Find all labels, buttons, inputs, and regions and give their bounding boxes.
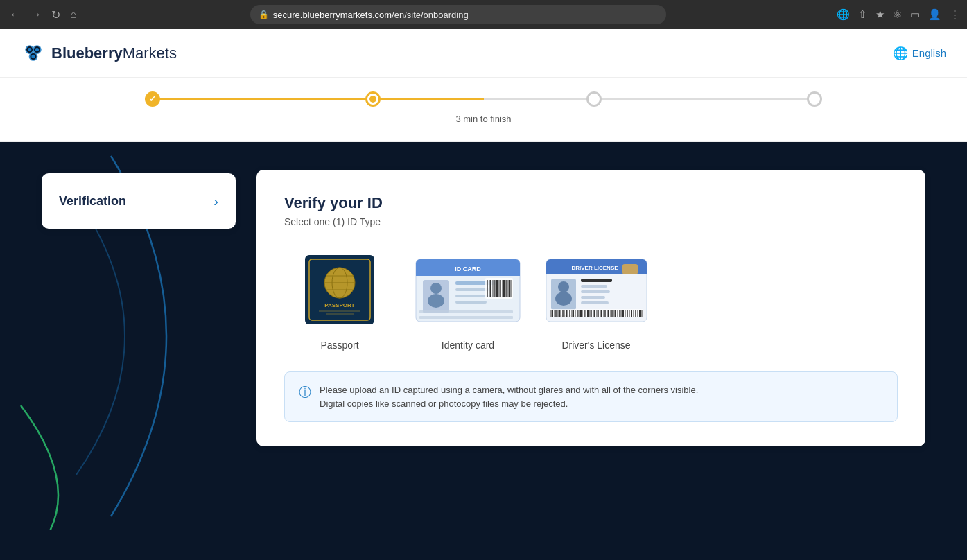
card-title: Verify your ID [284, 194, 898, 212]
progress-label: 3 min to finish [455, 114, 511, 124]
lock-icon: 🔒 [259, 10, 269, 19]
svg-rect-30 [455, 301, 487, 304]
progress-line-filled [145, 98, 483, 100]
verification-title: Verification [59, 194, 126, 209]
browser-chrome: ← → ↻ ⌂ 🔒 secure.blueberrymarkets.com/en… [0, 0, 967, 29]
card-subtitle: Select one (1) ID Type [284, 216, 898, 227]
id-card-svg: ID CARD [412, 254, 523, 326]
svg-point-8 [31, 54, 35, 58]
svg-text:PASSPORT: PASSPORT [324, 302, 355, 308]
passport-option[interactable]: PASSPORT Passport [284, 248, 395, 351]
back-button[interactable]: ← [7, 7, 24, 22]
passport-svg: PASSPORT [298, 252, 381, 328]
svg-rect-59 [581, 285, 607, 288]
identity-card-image: ID CARD [412, 248, 523, 331]
main-content: Verification › Verify your ID Select one… [0, 142, 967, 530]
step-4 [807, 91, 822, 107]
svg-point-7 [35, 47, 39, 51]
nav-buttons: ← → ↻ ⌂ [7, 7, 80, 23]
svg-point-56 [558, 281, 569, 292]
logo-text: BlueberryMarkets [51, 44, 177, 62]
step-2 [365, 91, 381, 107]
svg-rect-61 [581, 296, 605, 299]
language-label: English [912, 47, 946, 59]
verify-id-card: Verify your ID Select one (1) ID Type [256, 170, 925, 446]
info-text: Please upload an ID captured using a cam… [320, 383, 698, 410]
step-1: ✓ [145, 91, 160, 107]
svg-point-26 [428, 294, 444, 308]
svg-rect-48 [419, 310, 513, 313]
svg-rect-58 [581, 279, 612, 282]
chevron-right-icon: › [214, 193, 218, 209]
passport-image: PASSPORT [284, 248, 395, 331]
verification-card[interactable]: Verification › [42, 173, 236, 229]
home-button[interactable]: ⌂ [67, 7, 80, 22]
dl-svg: DRIVER LICENSE [543, 254, 650, 326]
info-box: ⓘ Please upload an ID captured using a c… [284, 371, 898, 422]
svg-rect-54 [622, 264, 638, 274]
progress-track: ✓ [145, 91, 822, 107]
svg-rect-60 [581, 290, 610, 293]
logo: BlueberryMarkets [21, 41, 177, 66]
profile-icon[interactable]: 👤 [928, 8, 941, 21]
menu-icon[interactable]: ⋮ [950, 8, 960, 21]
forward-button[interactable]: → [28, 7, 44, 22]
passport-label: Passport [320, 340, 358, 351]
globe-icon: 🌐 [893, 46, 908, 61]
address-bar[interactable]: 🔒 secure.blueberrymarkets.com/en/site/on… [250, 5, 666, 24]
svg-point-57 [555, 292, 572, 306]
logo-icon [21, 41, 46, 66]
info-icon: ⓘ [299, 384, 311, 401]
share-icon[interactable]: ⇧ [858, 8, 867, 21]
translate-icon[interactable]: 🌐 [837, 8, 850, 21]
svg-text:ID CARD: ID CARD [455, 265, 481, 272]
step-3 [586, 91, 602, 107]
svg-point-6 [28, 47, 31, 51]
bookmark-icon[interactable]: ★ [875, 8, 885, 21]
pip-icon[interactable]: ▭ [910, 8, 920, 21]
identity-card-option[interactable]: ID CARD [412, 248, 523, 351]
svg-text:DRIVER LICENSE: DRIVER LICENSE [571, 265, 618, 271]
svg-rect-62 [581, 301, 609, 304]
svg-rect-49 [419, 316, 513, 319]
drivers-license-option[interactable]: DRIVER LICENSE [541, 248, 652, 351]
extensions-icon[interactable]: ⚛ [893, 8, 902, 21]
line-segment-3 [602, 98, 807, 100]
svg-point-25 [430, 283, 442, 294]
site-header: BlueberryMarkets 🌐 English [0, 29, 967, 78]
svg-rect-28 [455, 288, 490, 291]
identity-card-label: Identity card [442, 340, 494, 351]
check-icon: ✓ [149, 94, 156, 104]
reload-button[interactable]: ↻ [49, 7, 63, 23]
language-selector[interactable]: 🌐 English [893, 46, 946, 61]
browser-actions: 🌐 ⇧ ★ ⚛ ▭ 👤 ⋮ [837, 8, 960, 21]
drivers-license-image: DRIVER LICENSE [541, 248, 652, 331]
progress-section: ✓ 3 min to finish [0, 78, 967, 142]
id-options: PASSPORT Passport [284, 248, 898, 351]
url-text: secure.blueberrymarkets.com/en/site/onbo… [273, 10, 469, 20]
drivers-license-label: Driver's License [561, 340, 630, 351]
